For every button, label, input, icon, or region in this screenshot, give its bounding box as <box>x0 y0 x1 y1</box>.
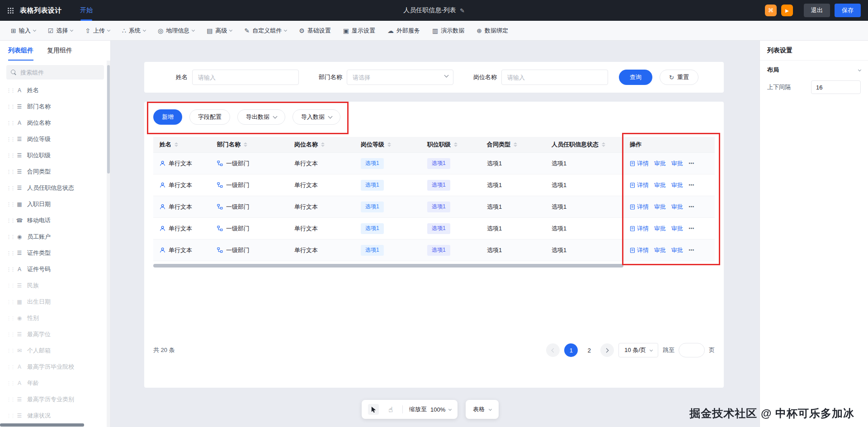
reset-button[interactable]: ↻ 重置 <box>660 70 698 85</box>
sidebar-field-item[interactable]: ⋮⋮ ▦ 入职日期 <box>0 196 110 212</box>
toolbar-item[interactable]: ▤ 高级 <box>207 27 232 35</box>
shortcut-icon-button[interactable]: ⌘ <box>765 5 777 16</box>
more-actions-icon[interactable]: ⋯ <box>689 160 695 167</box>
more-actions-icon[interactable]: ⋯ <box>689 182 695 188</box>
drag-handle-icon[interactable]: ⋮⋮ <box>6 315 12 321</box>
drag-handle-icon[interactable]: ⋮⋮ <box>6 332 12 338</box>
edit-pencil-icon[interactable]: ✎ <box>460 7 465 14</box>
exit-button[interactable]: 退出 <box>804 4 830 17</box>
column-header[interactable]: 岗位名称 <box>288 137 354 152</box>
sidebar-field-item[interactable]: ⋮⋮ ☰ 合同类型 <box>0 164 110 180</box>
app-grid-icon[interactable] <box>7 7 14 14</box>
approve-link[interactable]: 审批 <box>671 225 683 233</box>
approve-link[interactable]: 审批 <box>654 160 666 168</box>
detail-link[interactable]: 详情 <box>630 246 649 254</box>
drag-handle-icon[interactable]: ⋮⋮ <box>6 136 12 142</box>
sidebar-field-item[interactable]: ⋮⋮ ✉ 个人邮箱 <box>0 343 110 359</box>
detail-link[interactable]: 详情 <box>630 225 649 233</box>
table-row[interactable]: 单行文本 一级部门 单行文本 选项1 <box>153 239 715 261</box>
tab-start[interactable]: 开始 <box>80 0 93 21</box>
more-actions-icon[interactable]: ⋯ <box>689 247 695 253</box>
component-search-box[interactable] <box>6 65 104 80</box>
toolbar-item[interactable]: ⚙ 基础设置 <box>299 27 331 35</box>
column-header[interactable]: 职位职级 <box>421 137 481 152</box>
table-row[interactable]: 单行文本 一级部门 单行文本 选项1 <box>153 218 715 239</box>
sidebar-scrollbar-thumb[interactable] <box>107 65 110 174</box>
sort-icon[interactable] <box>454 142 458 147</box>
more-actions-icon[interactable]: ⋯ <box>689 225 695 232</box>
export-data-button[interactable]: 导出数据 <box>237 109 285 125</box>
sidebar-field-item[interactable]: ⋮⋮ ▦ 出生日期 <box>0 294 110 310</box>
spacing-input[interactable] <box>811 80 861 94</box>
table-row[interactable]: 单行文本 一级部门 单行文本 选项1 <box>153 153 715 174</box>
zoom-select[interactable]: 缩放至 100% <box>409 405 451 413</box>
sidebar-field-item[interactable]: ⋮⋮ ☰ 人员任职信息状态 <box>0 180 110 196</box>
drag-handle-icon[interactable]: ⋮⋮ <box>6 185 12 191</box>
toolbar-item[interactable]: ⊕ 数据绑定 <box>476 27 508 35</box>
search-input[interactable] <box>20 69 93 76</box>
approve-link[interactable]: 审批 <box>671 246 683 254</box>
toolbar-item[interactable]: ✎ 自定义组件 <box>244 27 287 35</box>
page-number[interactable]: 1 <box>564 343 578 357</box>
drag-handle-icon[interactable]: ⋮⋮ <box>6 348 12 354</box>
drag-handle-icon[interactable]: ⋮⋮ <box>6 202 12 207</box>
drag-handle-icon[interactable]: ⋮⋮ <box>6 169 12 175</box>
sort-icon[interactable] <box>175 142 178 147</box>
toolbar-item[interactable]: ☁ 外部服务 <box>387 27 420 35</box>
sort-icon[interactable] <box>321 142 325 147</box>
sort-icon[interactable] <box>514 142 517 147</box>
drag-handle-icon[interactable]: ⋮⋮ <box>6 153 12 159</box>
sidebar-hscrollbar-thumb[interactable] <box>0 423 84 427</box>
jump-page-input[interactable] <box>679 343 705 357</box>
sort-icon[interactable] <box>602 142 605 147</box>
detail-link[interactable]: 详情 <box>630 160 649 168</box>
sidebar-field-item[interactable]: ⋮⋮ ☰ 最高学历专业类别 <box>0 391 110 408</box>
column-header[interactable]: 人员任职信息状态 <box>545 137 623 152</box>
sidebar-field-item[interactable]: ⋮⋮ ☰ 职位职级 <box>0 147 110 164</box>
drag-handle-icon[interactable]: ⋮⋮ <box>6 88 12 94</box>
page-number[interactable]: 2 <box>582 343 596 357</box>
approve-link[interactable]: 审批 <box>671 203 683 211</box>
column-header[interactable]: 岗位等级 <box>354 137 421 152</box>
column-header[interactable]: 部门名称 <box>211 137 288 152</box>
sidebar-field-item[interactable]: ⋮⋮ ☰ 健康状况 <box>0 408 110 424</box>
sidebar-field-item[interactable]: ⋮⋮ ◉ 员工账户 <box>0 229 110 245</box>
sidebar-field-item[interactable]: ⋮⋮ A 证件号码 <box>0 261 110 277</box>
sidebar-field-item[interactable]: ⋮⋮ ◉ 性别 <box>0 310 110 326</box>
hand-tool-button[interactable]: ☝ <box>385 404 396 415</box>
sidebar-field-item[interactable]: ⋮⋮ A 岗位名称 <box>0 115 110 131</box>
drag-handle-icon[interactable]: ⋮⋮ <box>6 218 12 224</box>
preview-icon-button[interactable]: ▶ <box>781 5 793 16</box>
approve-link[interactable]: 审批 <box>671 160 683 168</box>
drag-handle-icon[interactable]: ⋮⋮ <box>6 234 12 240</box>
toolbar-item[interactable]: ◎ 地理信息 <box>158 27 194 35</box>
sidebar-field-item[interactable]: ⋮⋮ ☰ 最高学位 <box>0 326 110 343</box>
query-field-input[interactable] <box>347 70 453 85</box>
drag-handle-icon[interactable]: ⋮⋮ <box>6 267 12 272</box>
approve-link[interactable]: 审批 <box>654 181 666 189</box>
query-field-input[interactable] <box>192 70 299 85</box>
approve-link[interactable]: 审批 <box>654 246 666 254</box>
toolbar-item[interactable]: ∴ 系统 <box>122 27 146 35</box>
layout-section-header[interactable]: 布局 <box>760 61 868 78</box>
column-header[interactable]: 合同类型 <box>481 137 545 152</box>
table-row[interactable]: 单行文本 一级部门 单行文本 选项1 <box>153 196 715 218</box>
cursor-tool-button[interactable] <box>368 404 379 415</box>
column-header[interactable]: 姓名 <box>153 137 211 152</box>
sort-icon[interactable] <box>387 142 391 147</box>
sidebar-field-item[interactable]: ⋮⋮ ☎ 移动电话 <box>0 212 110 229</box>
approve-link[interactable]: 审批 <box>654 203 666 211</box>
drag-handle-icon[interactable]: ⋮⋮ <box>6 250 12 256</box>
toolbar-item[interactable]: ⇧ 上传 <box>85 27 110 35</box>
more-actions-icon[interactable]: ⋯ <box>689 203 695 210</box>
add-button[interactable]: 新增 <box>153 109 182 125</box>
sidebar-tab[interactable]: 列表组件 <box>8 41 33 61</box>
toolbar-item[interactable]: ▥ 演示数据 <box>432 27 464 35</box>
column-header[interactable]: 操作 <box>623 137 715 152</box>
sidebar-field-item[interactable]: ⋮⋮ A 姓名 <box>0 82 110 99</box>
next-page-button[interactable] <box>600 343 614 357</box>
table-row[interactable]: 单行文本 一级部门 单行文本 选项1 <box>153 174 715 196</box>
drag-handle-icon[interactable]: ⋮⋮ <box>6 364 12 370</box>
sidebar-field-item[interactable]: ⋮⋮ A 年龄 <box>0 375 110 391</box>
detail-link[interactable]: 详情 <box>630 203 649 211</box>
